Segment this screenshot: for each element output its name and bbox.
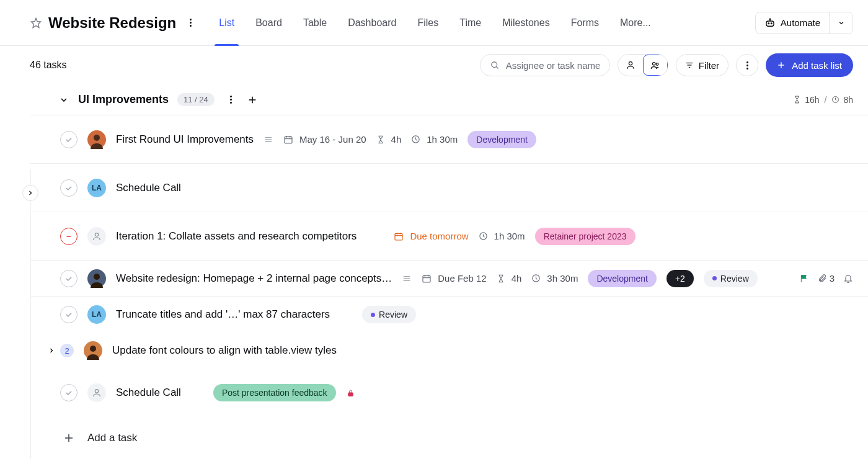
star-icon[interactable] [30,17,42,29]
project-menu-icon[interactable] [185,17,196,29]
clock-icon [411,135,420,144]
status-circle[interactable] [60,179,78,197]
svg-rect-45 [348,392,353,396]
subtask-count-badge[interactable]: 2 [60,344,74,357]
attachment-indicator[interactable]: 3 [818,273,835,284]
tag-development[interactable]: Development [588,270,657,287]
group-hourglass-value: 16h [805,95,819,105]
svg-point-4 [769,19,771,20]
svg-marker-0 [32,18,41,27]
divider: / [825,95,827,105]
task-row[interactable]: LA Truncate titles and add '…' max 87 ch… [30,297,868,333]
tab-files[interactable]: Files [407,0,449,45]
tag-retainer[interactable]: Retainer project 2023 [535,228,636,245]
avatar[interactable] [87,269,106,288]
task-name: First Round UI Improvements [116,133,254,146]
search-box[interactable] [480,54,610,76]
task-row[interactable]: Website redesign: Homepage + 2 internal … [30,261,868,297]
task-name: Truncate titles and add '…' max 87 chara… [116,308,330,321]
unassigned-avatar[interactable] [87,227,106,246]
group-title: UI Improvements [78,93,169,106]
plus-icon [60,429,78,447]
tab-more[interactable]: More... [609,0,662,45]
task-logged: 3h 30m [531,273,578,284]
group-collapse-icon[interactable] [58,94,69,105]
group-add-icon[interactable] [247,94,258,105]
filter-button[interactable]: Filter [676,54,728,76]
task-estimate: 4h [376,134,402,145]
project-title: Website Redesign [48,14,176,32]
svg-point-34 [94,274,100,280]
clock-text: 1h 30m [427,134,458,145]
task-rows: First Round UI Improvements May 16 - Jun… [30,115,868,459]
avatar[interactable]: LA [87,305,106,324]
tag-review[interactable]: Review [704,270,758,287]
tab-milestones[interactable]: Milestones [492,0,560,45]
svg-point-44 [95,390,98,393]
svg-point-7 [629,62,632,65]
task-date: May 16 - Jun 20 [283,134,366,145]
task-name: Iteration 1: Collate assets and research… [116,230,356,243]
status-circle[interactable] [60,270,78,287]
status-circle[interactable] [60,306,78,323]
toolbar: 46 tasks Filter Add task list [0,46,868,84]
task-row[interactable]: First Round UI Improvements May 16 - Jun… [30,115,868,164]
status-circle[interactable] [60,384,78,401]
subtask-expand-icon[interactable] [46,346,56,356]
clock-icon [831,96,839,104]
unassigned-avatar[interactable] [87,383,106,402]
automate-button[interactable]: Automate [756,12,829,34]
automate-dropdown[interactable] [829,12,852,34]
drag-handle-icon[interactable] [264,135,273,145]
header-bar: Website Redesign List Board Table Dashbo… [0,0,868,46]
collapse-panel-chevron-icon[interactable] [22,185,38,201]
tab-table[interactable]: Table [293,0,337,45]
task-date: Due Feb 12 [422,273,486,284]
search-input[interactable] [506,60,600,71]
task-name: Schedule Call [116,387,181,399]
task-row[interactable]: 2 Update font colours to align with tabl… [30,333,868,369]
hourglass-text: 4h [391,134,402,145]
status-circle[interactable] [60,131,78,148]
svg-rect-29 [395,233,402,240]
add-task-row[interactable]: Add a task [30,417,868,459]
task-logged: 1h 30m [479,231,525,241]
search-icon [490,61,500,70]
add-task-list-button[interactable]: Add task list [766,53,853,77]
status-circle-blocked[interactable] [60,228,78,245]
tab-dashboard[interactable]: Dashboard [337,0,407,45]
tab-time[interactable]: Time [449,0,492,45]
team-view-toggle[interactable] [643,55,668,76]
tag-review-label: Review [720,274,749,284]
clock-text: 3h 30m [547,273,578,284]
plus-icon [777,61,786,69]
task-name: Website redesign: Homepage + 2 internal … [116,272,392,285]
tab-list[interactable]: List [208,0,245,45]
task-count: 46 tasks [30,60,67,71]
task-row[interactable]: LA Schedule Call [30,164,868,212]
date-text: Due Feb 12 [438,273,486,284]
toolbar-more-button[interactable] [736,54,758,76]
person-view-toggle[interactable] [618,55,643,76]
clock-icon [531,274,541,283]
task-logged: 1h 30m [411,134,458,145]
tag-review-label: Review [379,310,407,320]
tab-forms[interactable]: Forms [560,0,609,45]
task-row[interactable]: Schedule Call Post presentation feedback [30,369,868,417]
task-row[interactable]: Iteration 1: Collate assets and research… [30,212,868,261]
avatar[interactable]: LA [87,179,106,197]
bell-icon[interactable] [843,274,853,284]
tab-board[interactable]: Board [245,0,293,45]
drag-handle-icon[interactable] [402,274,412,284]
avatar[interactable] [84,341,102,360]
flag-icon[interactable] [799,274,809,284]
avatar[interactable] [87,130,106,149]
tag-review[interactable]: Review [362,306,416,323]
group-menu-icon[interactable] [226,94,237,105]
view-tabs: List Board Table Dashboard Files Time Mi… [208,0,662,45]
tag-more-count[interactable]: +2 [666,270,694,287]
hourglass-icon [497,274,505,283]
tag-development[interactable]: Development [467,131,536,148]
attach-count: 3 [830,273,835,284]
tag-post-presentation[interactable]: Post presentation feedback [213,384,336,401]
